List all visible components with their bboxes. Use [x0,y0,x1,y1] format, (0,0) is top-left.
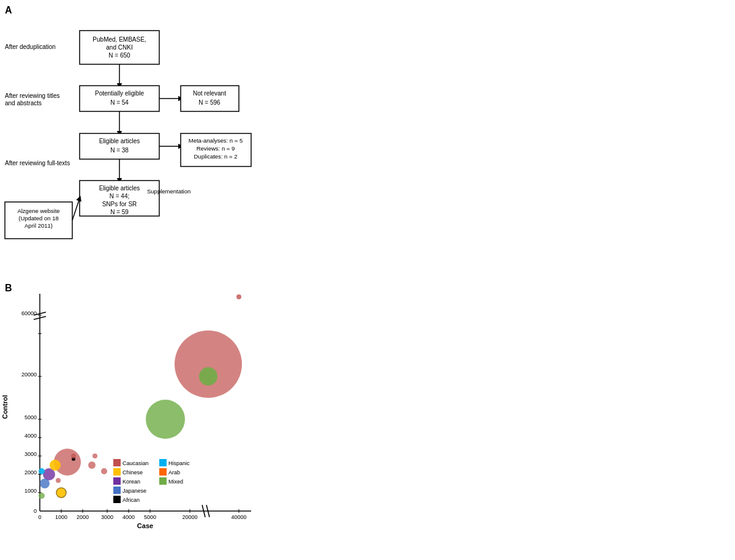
svg-text:(Updated on 18: (Updated on 18 [18,215,59,222]
svg-text:N = 596: N = 596 [198,99,221,106]
chinese-y-bubble [56,488,66,498]
caucasian-large-bubble [175,330,242,398]
svg-text:Caucasian: Caucasian [123,460,149,466]
svg-text:Arab: Arab [168,469,180,476]
mixed-large-bubble [146,400,185,439]
svg-text:4000: 4000 [24,433,37,439]
cauc-lone [71,454,76,458]
svg-text:3000: 3000 [24,451,37,457]
svg-text:5000: 5000 [24,414,37,420]
svg-text:and CNKI: and CNKI [106,44,132,51]
svg-text:SNPs for SR: SNPs for SR [102,201,137,207]
svg-rect-67 [113,468,121,476]
hispanic-bubble [39,468,45,474]
svg-text:N = 54: N = 54 [110,99,129,106]
mixed-tiny [39,493,45,499]
svg-rect-65 [113,459,121,466]
cauc-small2 [88,461,96,469]
svg-text:0: 0 [38,514,41,520]
svg-text:2000: 2000 [77,514,89,520]
svg-text:Supplementation: Supplementation [147,188,190,195]
svg-text:3000: 3000 [101,514,113,520]
svg-text:5000: 5000 [144,514,156,520]
flowchart-svg: After deduplication After reviewing titl… [0,12,263,294]
chinese-bubble [50,460,61,471]
svg-text:Case: Case [137,522,153,529]
svg-rect-71 [113,487,121,494]
svg-text:Potentially eligible: Potentially eligible [95,90,144,97]
svg-text:Alzgene website: Alzgene website [17,207,59,214]
svg-text:N = 59: N = 59 [110,209,129,215]
svg-text:Mixed: Mixed [168,479,183,485]
titles-text: After reviewing titles [5,92,59,99]
svg-rect-69 [113,477,121,485]
svg-text:Eligible articles: Eligible articles [99,185,140,192]
cauc-small3 [101,468,107,474]
mixed-small-bubble [199,367,217,386]
svg-text:Chinese: Chinese [123,469,143,476]
svg-text:40000: 40000 [231,514,246,520]
svg-text:Japanese: Japanese [123,488,146,494]
svg-line-25 [72,198,80,220]
svg-text:Control: Control [1,395,9,419]
svg-text:Duplicates: n = 2: Duplicates: n = 2 [194,153,237,160]
svg-rect-79 [159,477,167,485]
svg-text:Eligible articles: Eligible articles [99,138,140,144]
svg-text:African: African [123,497,140,503]
titles-text2: and abstracts [5,100,42,106]
japanese-bubble [40,479,50,488]
svg-text:0: 0 [34,508,37,514]
svg-text:1000: 1000 [24,488,37,494]
svg-text:4000: 4000 [123,514,135,520]
svg-rect-73 [113,496,121,503]
cauc-small1 [56,478,61,483]
chart-b: 0 1000 2000 3000 4000 5000 20000 60000 0… [0,285,263,554]
svg-text:PubMed, EMBASE,: PubMed, EMBASE, [92,36,146,43]
dedup-text: After deduplication [5,43,56,50]
svg-text:2000: 2000 [24,469,37,476]
fulltext-text: After reviewing full-texts [5,160,70,166]
svg-text:20000: 20000 [21,371,37,378]
svg-text:Not relevant: Not relevant [193,90,226,97]
svg-text:N = 38: N = 38 [110,147,129,154]
cauc-dot1 [236,294,241,299]
svg-rect-75 [159,459,167,466]
svg-text:1000: 1000 [55,514,67,520]
svg-text:April 2011): April 2011) [24,222,53,229]
svg-text:20000: 20000 [182,514,197,520]
svg-text:Hispanic: Hispanic [168,460,190,466]
svg-text:60000: 60000 [21,310,37,316]
svg-text:N = 650: N = 650 [108,52,130,59]
svg-text:Korean: Korean [123,479,140,485]
svg-text:N = 44;: N = 44; [110,193,130,200]
svg-rect-77 [159,468,167,476]
left-panel: A After deduplication After reviewing ti… [0,0,263,560]
svg-text:Reviews: n = 9: Reviews: n = 9 [197,145,235,152]
svg-text:Meta-analyses: n = 5: Meta-analyses: n = 5 [189,137,243,144]
cauc-lone2 [92,454,97,458]
